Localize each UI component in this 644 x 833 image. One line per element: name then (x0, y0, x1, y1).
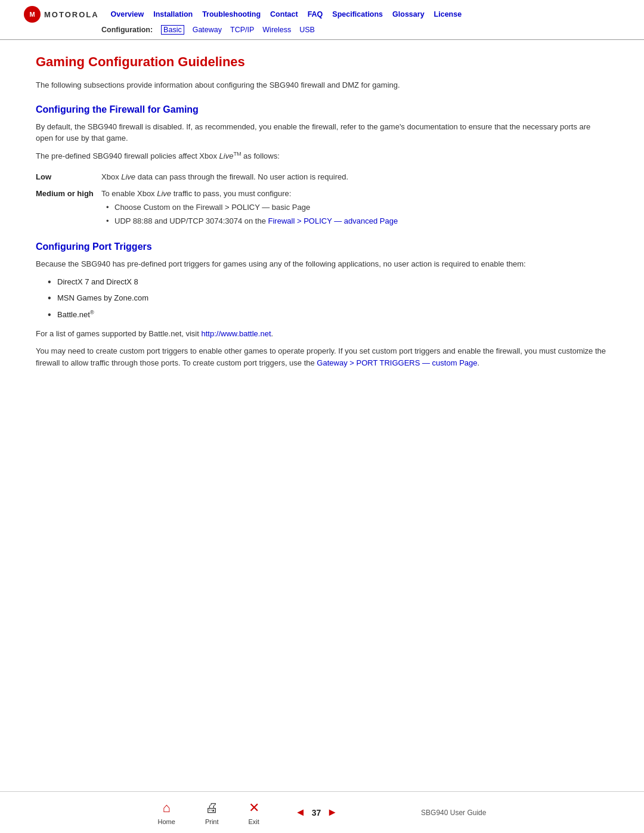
low-label: Low (36, 169, 101, 185)
intro-paragraph: The following subsections provide inform… (36, 79, 608, 91)
footer-pagination: ◄ 37 ► (295, 806, 338, 819)
print-button[interactable]: 🖨 Print (205, 800, 219, 825)
nav-contact[interactable]: Contact (270, 10, 298, 18)
motorola-circle-icon: M (24, 6, 41, 23)
advanced-policy-link[interactable]: Firewall > POLICY — advanced Page (268, 216, 398, 225)
list-item: UDP 88:88 and UDP/TCP 3074:3074 on the F… (106, 215, 603, 227)
list-item: Choose Custom on the Firewall > POLICY —… (106, 202, 603, 213)
def-table: Low Xbox Live data can pass through the … (36, 169, 608, 231)
nav-glossary[interactable]: Glossary (392, 10, 425, 18)
print-label: Print (205, 818, 219, 825)
page-header: M MOTOROLA Overview Installation Trouble… (0, 0, 644, 40)
section2-para3: You may need to create custom port trigg… (36, 345, 608, 368)
section2-title: Configuring Port Triggers (36, 241, 608, 252)
exit-icon: ✕ (249, 800, 259, 816)
exit-label: Exit (249, 818, 259, 825)
config-label: Configuration: (101, 26, 153, 34)
battlenet-link[interactable]: http://www.battle.net (201, 329, 271, 338)
main-nav: Overview Installation Troubleshooting Co… (111, 10, 462, 18)
section1-para1: By default, the SBG940 firewall is disab… (36, 121, 608, 144)
logo-area: M MOTOROLA (24, 6, 99, 23)
subnav-gateway[interactable]: Gateway (193, 26, 222, 34)
nav-installation[interactable]: Installation (153, 10, 193, 18)
home-label: Home (158, 818, 175, 825)
next-arrow[interactable]: ► (327, 806, 338, 819)
low-content: Xbox Live data can pass through the fire… (101, 169, 608, 185)
medium-sub-list: Choose Custom on the Firewall > POLICY —… (101, 202, 603, 227)
nav-overview[interactable]: Overview (111, 10, 144, 18)
subnav-wireless[interactable]: Wireless (262, 26, 291, 34)
page-footer: ⌂ Home 🖨 Print ✕ Exit ◄ 37 ► SBG940 User… (0, 791, 644, 833)
print-icon: 🖨 (205, 800, 218, 816)
home-icon: ⌂ (163, 800, 171, 816)
table-row-low: Low Xbox Live data can pass through the … (36, 169, 608, 185)
main-content: Gaming Configuration Guidelines The foll… (0, 40, 644, 422)
footer-guide-text: SBG940 User Guide (421, 809, 486, 817)
prev-arrow[interactable]: ◄ (295, 806, 306, 819)
section1-title: Configuring the Firewall for Gaming (36, 104, 608, 115)
exit-button[interactable]: ✕ Exit (249, 800, 259, 825)
port-triggers-link[interactable]: Gateway > PORT TRIGGERS — custom Page (317, 358, 477, 367)
section2-para2: For a list of games supported by Battle.… (36, 328, 608, 340)
subnav-usb[interactable]: USB (299, 26, 315, 34)
policy-table: Low Xbox Live data can pass through the … (36, 169, 608, 231)
applications-list: DirectX 7 and DirectX 8 MSN Games by Zon… (48, 276, 608, 321)
nav-specifications[interactable]: Specifications (332, 10, 383, 18)
motorola-logo: M MOTOROLA (24, 6, 99, 23)
nav-troubleshooting[interactable]: Troubleshooting (202, 10, 261, 18)
table-row-medium: Medium or high To enable Xbox Live traff… (36, 185, 608, 231)
subnav-tcpip[interactable]: TCP/IP (230, 26, 254, 34)
list-item-battle: Battle.net® (48, 309, 608, 321)
nav-faq[interactable]: FAQ (308, 10, 323, 18)
section2-para1: Because the SBG940 has pre-defined port … (36, 258, 608, 270)
medium-content: To enable Xbox Live traffic to pass, you… (101, 185, 608, 231)
home-button[interactable]: ⌂ Home (158, 800, 175, 825)
list-item-directx: DirectX 7 and DirectX 8 (48, 276, 608, 288)
medium-label: Medium or high (36, 185, 101, 231)
page-title: Gaming Configuration Guidelines (36, 54, 608, 70)
logo-text: MOTOROLA (44, 10, 99, 19)
subnav-basic[interactable]: Basic (161, 25, 184, 35)
section1-pre-text: The pre-defined SBG940 firewall policies… (36, 150, 608, 162)
nav-license[interactable]: License (434, 10, 462, 18)
list-item-msn: MSN Games by Zone.com (48, 292, 608, 304)
footer-nav: ⌂ Home 🖨 Print ✕ Exit (158, 800, 259, 825)
sub-nav: Configuration: Basic Gateway TCP/IP Wire… (101, 25, 620, 35)
page-number: 37 (312, 808, 321, 817)
